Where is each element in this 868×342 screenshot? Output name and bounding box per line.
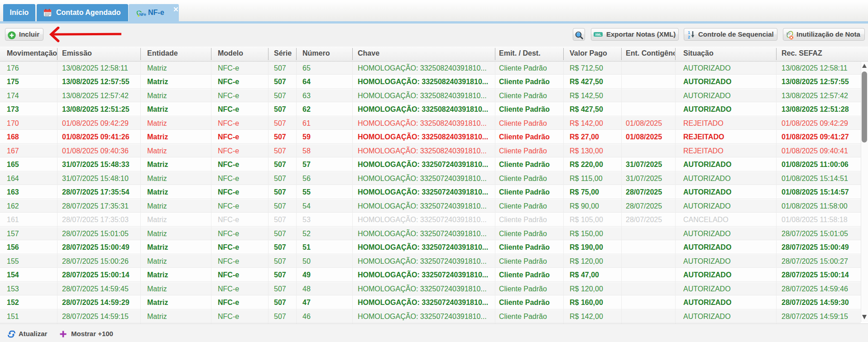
svg-text:NFe: NFe xyxy=(139,12,146,17)
svg-text:2: 2 xyxy=(688,35,690,39)
svg-text:1: 1 xyxy=(688,30,690,35)
svg-text:XML: XML xyxy=(595,33,601,36)
